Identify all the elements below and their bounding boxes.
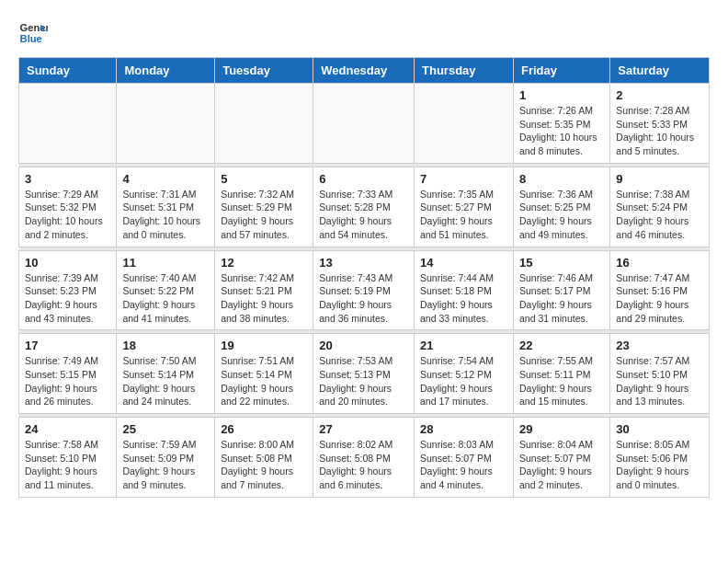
calendar-cell: 15Sunrise: 7:46 AM Sunset: 5:17 PM Dayli… bbox=[513, 250, 609, 330]
calendar-cell: 19Sunrise: 7:51 AM Sunset: 5:14 PM Dayli… bbox=[215, 334, 313, 414]
day-info: Sunrise: 7:58 AM Sunset: 5:10 PM Dayligh… bbox=[25, 438, 110, 492]
calendar-cell: 6Sunrise: 7:33 AM Sunset: 5:28 PM Daylig… bbox=[313, 167, 415, 247]
day-number: 3 bbox=[25, 172, 110, 186]
calendar-cell: 27Sunrise: 8:02 AM Sunset: 5:08 PM Dayli… bbox=[313, 418, 415, 498]
calendar-cell: 11Sunrise: 7:40 AM Sunset: 5:22 PM Dayli… bbox=[117, 250, 215, 330]
day-number: 16 bbox=[616, 256, 703, 270]
day-info: Sunrise: 7:40 AM Sunset: 5:22 PM Dayligh… bbox=[122, 271, 209, 326]
day-info: Sunrise: 7:28 AM Sunset: 5:33 PM Dayligh… bbox=[616, 104, 703, 158]
day-number: 23 bbox=[616, 339, 703, 352]
svg-text:Blue: Blue bbox=[20, 33, 42, 44]
calendar-cell: 7Sunrise: 7:35 AM Sunset: 5:27 PM Daylig… bbox=[415, 167, 514, 247]
calendar-cell: 22Sunrise: 7:55 AM Sunset: 5:11 PM Dayli… bbox=[513, 334, 609, 414]
day-info: Sunrise: 7:29 AM Sunset: 5:32 PM Dayligh… bbox=[25, 188, 110, 242]
calendar-cell: 30Sunrise: 8:05 AM Sunset: 5:06 PM Dayli… bbox=[610, 418, 710, 498]
calendar-cell: 23Sunrise: 7:57 AM Sunset: 5:10 PM Dayli… bbox=[610, 334, 710, 414]
svg-text:General: General bbox=[20, 22, 48, 33]
day-info: Sunrise: 7:46 AM Sunset: 5:17 PM Dayligh… bbox=[519, 271, 604, 326]
calendar-cell bbox=[117, 84, 215, 164]
calendar-cell: 18Sunrise: 7:50 AM Sunset: 5:14 PM Dayli… bbox=[117, 334, 215, 414]
day-number: 29 bbox=[519, 422, 604, 436]
logo: General Blue bbox=[18, 18, 51, 48]
weekday-header: Wednesday bbox=[313, 58, 415, 84]
calendar-week-row: 3Sunrise: 7:29 AM Sunset: 5:32 PM Daylig… bbox=[19, 167, 710, 247]
logo-icon: General Blue bbox=[18, 18, 48, 48]
calendar-week-row: 17Sunrise: 7:49 AM Sunset: 5:15 PM Dayli… bbox=[19, 334, 710, 414]
day-info: Sunrise: 7:35 AM Sunset: 5:27 PM Dayligh… bbox=[420, 188, 507, 242]
day-number: 19 bbox=[221, 339, 307, 352]
day-info: Sunrise: 7:33 AM Sunset: 5:28 PM Dayligh… bbox=[319, 188, 408, 242]
day-number: 7 bbox=[420, 172, 507, 186]
calendar-cell: 25Sunrise: 7:59 AM Sunset: 5:09 PM Dayli… bbox=[117, 418, 215, 498]
day-number: 13 bbox=[319, 256, 408, 270]
day-number: 21 bbox=[420, 339, 507, 352]
calendar: SundayMondayTuesdayWednesdayThursdayFrid… bbox=[18, 57, 710, 498]
day-info: Sunrise: 7:39 AM Sunset: 5:23 PM Dayligh… bbox=[25, 271, 110, 326]
day-number: 17 bbox=[25, 339, 110, 352]
day-info: Sunrise: 7:49 AM Sunset: 5:15 PM Dayligh… bbox=[25, 354, 110, 408]
day-info: Sunrise: 7:36 AM Sunset: 5:25 PM Dayligh… bbox=[519, 188, 604, 242]
day-number: 28 bbox=[420, 422, 507, 436]
header: General Blue bbox=[18, 18, 710, 48]
day-info: Sunrise: 8:00 AM Sunset: 5:08 PM Dayligh… bbox=[221, 438, 307, 492]
day-info: Sunrise: 7:55 AM Sunset: 5:11 PM Dayligh… bbox=[519, 354, 604, 408]
day-number: 4 bbox=[122, 172, 209, 186]
calendar-week-row: 24Sunrise: 7:58 AM Sunset: 5:10 PM Dayli… bbox=[19, 418, 710, 498]
weekday-header: Saturday bbox=[610, 58, 710, 84]
day-number: 14 bbox=[420, 256, 507, 270]
day-info: Sunrise: 8:05 AM Sunset: 5:06 PM Dayligh… bbox=[616, 438, 703, 492]
calendar-cell: 24Sunrise: 7:58 AM Sunset: 5:10 PM Dayli… bbox=[19, 418, 117, 498]
day-number: 12 bbox=[221, 256, 307, 270]
day-info: Sunrise: 7:50 AM Sunset: 5:14 PM Dayligh… bbox=[122, 354, 209, 408]
calendar-cell: 4Sunrise: 7:31 AM Sunset: 5:31 PM Daylig… bbox=[117, 167, 215, 247]
day-number: 11 bbox=[122, 256, 209, 270]
day-number: 22 bbox=[519, 339, 604, 352]
day-info: Sunrise: 8:03 AM Sunset: 5:07 PM Dayligh… bbox=[420, 438, 507, 492]
calendar-cell: 21Sunrise: 7:54 AM Sunset: 5:12 PM Dayli… bbox=[415, 334, 514, 414]
day-info: Sunrise: 7:31 AM Sunset: 5:31 PM Dayligh… bbox=[122, 188, 209, 242]
calendar-cell: 2Sunrise: 7:28 AM Sunset: 5:33 PM Daylig… bbox=[610, 84, 710, 164]
day-number: 2 bbox=[616, 88, 703, 102]
day-info: Sunrise: 7:54 AM Sunset: 5:12 PM Dayligh… bbox=[420, 354, 507, 408]
day-number: 30 bbox=[616, 422, 703, 436]
calendar-cell bbox=[215, 84, 313, 164]
calendar-cell: 29Sunrise: 8:04 AM Sunset: 5:07 PM Dayli… bbox=[513, 418, 609, 498]
day-info: Sunrise: 7:59 AM Sunset: 5:09 PM Dayligh… bbox=[122, 438, 209, 492]
calendar-cell: 10Sunrise: 7:39 AM Sunset: 5:23 PM Dayli… bbox=[19, 250, 117, 330]
weekday-header: Thursday bbox=[415, 58, 514, 84]
weekday-header: Friday bbox=[513, 58, 609, 84]
day-info: Sunrise: 7:44 AM Sunset: 5:18 PM Dayligh… bbox=[420, 271, 507, 326]
day-number: 27 bbox=[319, 422, 408, 436]
day-info: Sunrise: 7:32 AM Sunset: 5:29 PM Dayligh… bbox=[221, 188, 307, 242]
calendar-cell: 1Sunrise: 7:26 AM Sunset: 5:35 PM Daylig… bbox=[513, 84, 609, 164]
day-number: 26 bbox=[221, 422, 307, 436]
day-number: 1 bbox=[519, 88, 604, 102]
day-info: Sunrise: 8:04 AM Sunset: 5:07 PM Dayligh… bbox=[519, 438, 604, 492]
calendar-cell: 20Sunrise: 7:53 AM Sunset: 5:13 PM Dayli… bbox=[313, 334, 415, 414]
day-number: 15 bbox=[519, 256, 604, 270]
day-info: Sunrise: 7:38 AM Sunset: 5:24 PM Dayligh… bbox=[616, 188, 703, 242]
day-number: 10 bbox=[25, 256, 110, 270]
calendar-week-row: 1Sunrise: 7:26 AM Sunset: 5:35 PM Daylig… bbox=[19, 84, 710, 164]
day-number: 24 bbox=[25, 422, 110, 436]
calendar-cell: 28Sunrise: 8:03 AM Sunset: 5:07 PM Dayli… bbox=[415, 418, 514, 498]
calendar-cell: 16Sunrise: 7:47 AM Sunset: 5:16 PM Dayli… bbox=[610, 250, 710, 330]
day-number: 6 bbox=[319, 172, 408, 186]
day-number: 9 bbox=[616, 172, 703, 186]
calendar-week-row: 10Sunrise: 7:39 AM Sunset: 5:23 PM Dayli… bbox=[19, 250, 710, 330]
calendar-cell bbox=[415, 84, 514, 164]
day-info: Sunrise: 7:43 AM Sunset: 5:19 PM Dayligh… bbox=[319, 271, 408, 326]
calendar-cell: 3Sunrise: 7:29 AM Sunset: 5:32 PM Daylig… bbox=[19, 167, 117, 247]
day-info: Sunrise: 7:47 AM Sunset: 5:16 PM Dayligh… bbox=[616, 271, 703, 326]
day-number: 20 bbox=[319, 339, 408, 352]
calendar-cell: 8Sunrise: 7:36 AM Sunset: 5:25 PM Daylig… bbox=[513, 167, 609, 247]
calendar-cell bbox=[313, 84, 415, 164]
day-info: Sunrise: 7:51 AM Sunset: 5:14 PM Dayligh… bbox=[221, 354, 307, 408]
calendar-cell: 12Sunrise: 7:42 AM Sunset: 5:21 PM Dayli… bbox=[215, 250, 313, 330]
calendar-cell: 5Sunrise: 7:32 AM Sunset: 5:29 PM Daylig… bbox=[215, 167, 313, 247]
day-info: Sunrise: 8:02 AM Sunset: 5:08 PM Dayligh… bbox=[319, 438, 408, 492]
day-info: Sunrise: 7:53 AM Sunset: 5:13 PM Dayligh… bbox=[319, 354, 408, 408]
day-info: Sunrise: 7:26 AM Sunset: 5:35 PM Dayligh… bbox=[519, 104, 604, 158]
weekday-header: Sunday bbox=[19, 58, 117, 84]
day-number: 8 bbox=[519, 172, 604, 186]
